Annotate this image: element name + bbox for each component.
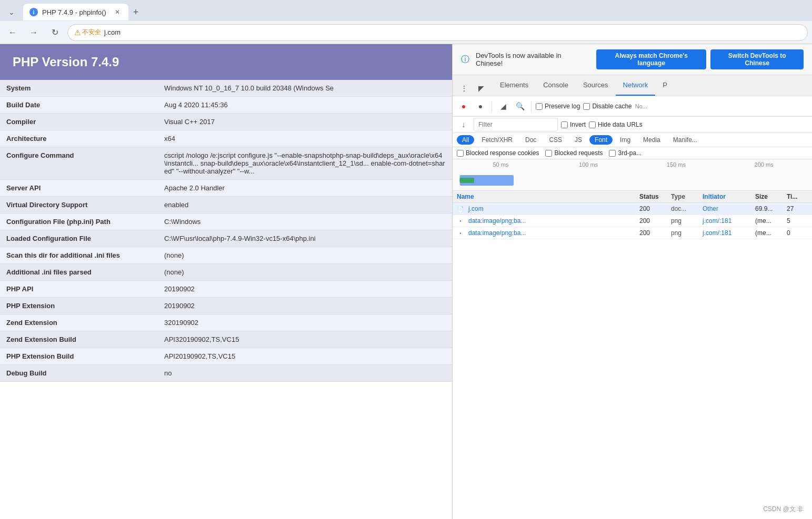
row-label: Architecture (0, 130, 158, 147)
reload-button[interactable]: ↻ (46, 24, 63, 41)
row-value: Visual C++ 2017 (158, 114, 452, 130)
timeline-area: 50 ms 100 ms 150 ms 200 ms (453, 159, 812, 191)
clear-button[interactable]: ● (474, 99, 487, 113)
col-header-size: Size (755, 193, 787, 200)
timeline-150ms: 150 ms (633, 161, 720, 168)
table-row: PHP API20190902 (0, 281, 452, 298)
row-label: Configure Command (0, 147, 158, 180)
row-status: 200 (639, 205, 671, 212)
row-value: 20190902 (158, 298, 452, 314)
blocked-response-cookies-label[interactable]: Blocked response cookies (457, 149, 539, 157)
row-label: Loaded Configuration File (0, 230, 158, 247)
preserve-log-label[interactable]: Preserve log (536, 103, 580, 110)
third-party-text: 3rd-pa... (618, 149, 641, 157)
tab-back-forward: ⌄ (4, 5, 19, 19)
table-row: Server APIApache 2.0 Handler (0, 180, 452, 197)
blocked-requests-checkbox[interactable] (545, 150, 552, 157)
row-value: C:\WF\usr\local\php-7.4.9-Win32-vc15-x64… (158, 230, 452, 247)
tab-close-button[interactable]: ✕ (113, 7, 122, 17)
timeline-chart (453, 170, 812, 191)
network-table: 📄j.com200doc...Other69.9...27•data:image… (453, 203, 812, 519)
tab-sources[interactable]: Sources (576, 75, 616, 96)
row-value: API20190902,TS,VC15 (158, 348, 452, 365)
row-status: 200 (639, 229, 671, 237)
filter-manifest[interactable]: Manife... (668, 135, 703, 145)
filter-font[interactable]: Font (589, 135, 613, 145)
blocked-response-cookies-text: Blocked response cookies (466, 149, 539, 157)
address-bar[interactable]: ⚠ 不安全 j.com (67, 24, 808, 41)
row-value: (none) (158, 264, 452, 281)
row-initiator: Other (703, 205, 755, 212)
blocked-requests-label[interactable]: Blocked requests (545, 149, 603, 157)
table-row: Loaded Configuration FileC:\WF\usr\local… (0, 230, 452, 247)
toolbar-separator-2 (531, 101, 532, 111)
filter-img[interactable]: Img (615, 135, 636, 145)
invert-checkbox[interactable] (561, 121, 568, 128)
table-row: PHP Extension20190902 (0, 298, 452, 314)
watermark: CSDN @文 非 (763, 505, 804, 514)
filter-css[interactable]: CSS (544, 135, 567, 145)
preserve-log-checkbox[interactable] (536, 103, 543, 110)
forward-button[interactable]: → (25, 24, 42, 41)
image-icon: • (457, 217, 464, 225)
switch-devtools-button[interactable]: Switch DevTools to Chinese (710, 49, 804, 69)
table-row: PHP Extension BuildAPI20190902,TS,VC15 (0, 348, 452, 365)
blocked-response-cookies-checkbox[interactable] (457, 150, 464, 157)
tab-network[interactable]: Network (616, 75, 656, 96)
filter-fetch-xhr[interactable]: Fetch/XHR (476, 135, 518, 145)
invert-label[interactable]: Invert (561, 121, 586, 128)
devtools-menu-button[interactable]: ⋮ (457, 81, 472, 96)
tab-bar: ⌄ i PHP 7.4.9 - phpinfo() ✕ + (0, 0, 812, 21)
page-back-button[interactable]: ⌄ (4, 5, 19, 19)
network-row[interactable]: •data:image/png;ba...200pngj.com/:181(me… (453, 215, 812, 227)
notification-buttons: Always match Chrome's language Switch De… (596, 49, 804, 69)
disable-cache-label[interactable]: Disable cache (583, 103, 631, 110)
row-label: Additional .ini files parsed (0, 264, 158, 281)
filter-button[interactable]: ◢ (496, 99, 510, 113)
tab-performance[interactable]: P (655, 75, 675, 96)
new-tab-button[interactable]: + (128, 5, 143, 19)
tab-elements[interactable]: Elements (493, 75, 536, 96)
row-value: 20190902 (158, 281, 452, 298)
hide-data-urls-checkbox[interactable] (589, 121, 596, 128)
row-value: Apache 2.0 Handler (158, 180, 452, 197)
filter-doc[interactable]: Doc (520, 135, 542, 145)
tab-title: PHP 7.4.9 - phpinfo() (42, 8, 106, 16)
filter-input[interactable] (474, 118, 558, 131)
devtools-panel: ⓘ DevTools is now available in Chinese! … (453, 44, 812, 519)
network-row[interactable]: 📄j.com200doc...Other69.9...27 (453, 203, 812, 215)
table-row: Scan this dir for additional .ini files(… (0, 247, 452, 264)
filter-all[interactable]: All (457, 135, 474, 145)
search-button[interactable]: 🔍 (513, 99, 527, 113)
table-row: Additional .ini files parsed(none) (0, 264, 452, 281)
third-party-checkbox[interactable] (609, 150, 616, 157)
network-row[interactable]: •data:image/png;ba...200pngj.com/:181(me… (453, 227, 812, 239)
hide-data-urls-label[interactable]: Hide data URLs (589, 121, 643, 128)
row-value: API320190902,TS,VC15 (158, 331, 452, 348)
row-value: enabled (158, 197, 452, 213)
row-name: 📄j.com (457, 205, 639, 212)
disable-cache-checkbox[interactable] (583, 103, 590, 110)
row-label: Build Date (0, 97, 158, 114)
filter-js[interactable]: JS (569, 135, 587, 145)
row-label: Server API (0, 180, 158, 197)
download-button[interactable]: ↓ (457, 118, 470, 131)
filter-media[interactable]: Media (638, 135, 666, 145)
match-language-button[interactable]: Always match Chrome's language (596, 49, 706, 69)
url-text: j.com (104, 28, 121, 36)
col-header-type: Type (671, 193, 703, 200)
row-label: Zend Extension (0, 314, 158, 331)
document-icon: 📄 (457, 205, 464, 212)
row-name: •data:image/png;ba... (457, 217, 639, 225)
row-label: Configuration File (php.ini) Path (0, 213, 158, 230)
table-row: Configure Commandcscript /nologo /e:jscr… (0, 147, 452, 180)
active-tab[interactable]: i PHP 7.4.9 - phpinfo() ✕ (23, 4, 128, 21)
back-button[interactable]: ← (4, 24, 21, 41)
phpinfo-header: PHP Version 7.4.9 (0, 44, 452, 80)
table-row: Virtual Directory Supportenabled (0, 197, 452, 213)
third-party-label[interactable]: 3rd-pa... (609, 149, 641, 157)
devtools-device-button[interactable]: ◤ (474, 81, 488, 96)
record-button[interactable]: ● (457, 99, 470, 113)
row-type: png (671, 217, 703, 225)
tab-console[interactable]: Console (536, 75, 576, 96)
